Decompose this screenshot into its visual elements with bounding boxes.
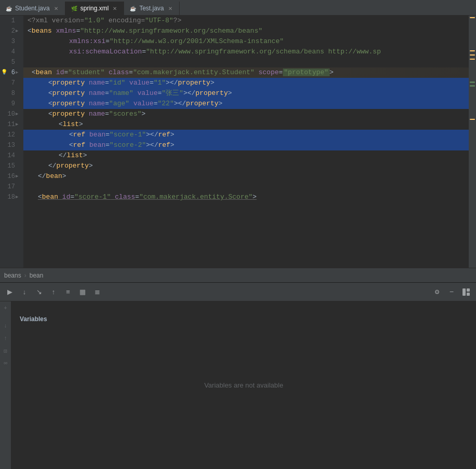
code-line-18: <bean id="score-1" class="com.makerjack.… — [23, 192, 469, 202]
sidebar-btn-1[interactable]: ↓ — [1, 321, 10, 330]
sidebar-btn-4[interactable]: ∞ — [1, 358, 10, 368]
line-num-8: 8 — [0, 88, 19, 99]
line-num-11: ▶11 — [0, 119, 19, 130]
tab-label: Student.java — [15, 5, 50, 12]
tab-close-student[interactable]: ✕ — [52, 5, 60, 12]
line-num-15: 15 — [0, 161, 19, 171]
line-num-14: 14 — [0, 150, 19, 161]
tab-close-test[interactable]: ✕ — [167, 5, 174, 12]
code-line-15: </property> — [23, 161, 469, 171]
breadcrumb-beans[interactable]: beans — [4, 272, 21, 279]
line-num-4: 4 — [0, 47, 19, 57]
evaluate-btn[interactable]: ▦ — [77, 286, 88, 298]
empty-variables-message: Variables are not available — [204, 381, 283, 389]
step-over-btn[interactable]: ↓ — [19, 286, 30, 298]
line-num-7: 7 — [0, 78, 19, 88]
java-icon: ☕ — [5, 5, 12, 12]
code-line-16: </bean> — [23, 171, 469, 182]
sidebar-btn-3[interactable]: ⊡ — [1, 346, 10, 355]
code-line-13: <ref bean="score-2"></ref> — [23, 140, 469, 150]
svg-rect-2 — [467, 293, 470, 296]
bottom-panel: ▶ ↓ ↘ ↑ ≡ ▦ ≣ ⚙ − + ↓ ↑ ⊡ ∞ Variables — [0, 282, 476, 469]
code-line-12: <ref bean="score-1"></ref> — [23, 130, 469, 140]
line-num-1: 1 — [0, 16, 19, 26]
svg-rect-0 — [463, 288, 466, 296]
line-num-17: 17 — [0, 182, 19, 192]
code-line-1: <?xml version="1.0" encoding="UTF-8"?> — [23, 16, 469, 26]
panel-left-sidebar: + ↓ ↑ ⊡ ∞ — [0, 301, 11, 469]
layout-button[interactable] — [460, 286, 472, 298]
breadcrumb-bean[interactable]: bean — [30, 272, 44, 279]
tab-spring-xml[interactable]: 🌿 spring.xml ✕ — [65, 2, 125, 15]
step-out-btn[interactable]: ↑ — [48, 286, 59, 298]
scroll-marker-2 — [470, 50, 475, 51]
tab-bar: ☕ Student.java ✕ 🌿 spring.xml ✕ ☕ Test.j… — [0, 0, 476, 16]
variables-panel: Variables Variables are not available — [11, 301, 476, 469]
code-line-8: <property name="name" value="张三"></prope… — [23, 88, 469, 99]
scroll-marker-4 — [470, 59, 475, 60]
scroll-marker-5 — [470, 81, 475, 83]
line-num-18: ▶18 — [0, 192, 19, 202]
resume-btn[interactable]: ▶ — [4, 286, 16, 298]
code-line-5 — [23, 57, 469, 67]
code-line-9: <property name="age" value="22"></proper… — [23, 99, 469, 109]
line-num-13: 13 — [0, 140, 19, 150]
minimize-button[interactable]: − — [446, 286, 457, 298]
tab-student-java[interactable]: ☕ Student.java ✕ — [0, 2, 65, 15]
line-num-9: 9 — [0, 99, 19, 109]
xml-icon: 🌿 — [71, 5, 78, 12]
settings-button[interactable]: ⚙ — [431, 286, 443, 298]
right-scrollbar[interactable] — [469, 16, 476, 268]
tab-test-java[interactable]: ☕ Test.java ✕ — [124, 2, 179, 15]
test-java-icon: ☕ — [129, 5, 137, 12]
scroll-marker-7 — [470, 119, 475, 120]
panel-toolbar: ▶ ↓ ↘ ↑ ≡ ▦ ≣ ⚙ − — [0, 283, 476, 301]
line-num-6: 💡 ▶6 — [0, 67, 19, 78]
line-num-16: ▶16 — [0, 171, 19, 182]
step-into-btn[interactable]: ↘ — [33, 286, 45, 298]
code-line-14: </list> — [23, 150, 469, 161]
svg-rect-1 — [467, 288, 470, 292]
editor-main: 1 ▶2 3 4 5 💡 ▶6 7 8 9 ▶10 ▶11 12 13 14 1… — [0, 16, 476, 268]
code-line-6: <bean id="student" class="com.makerjack.… — [23, 67, 469, 78]
tab-label-spring: spring.xml — [80, 5, 109, 12]
run-to-cursor-btn[interactable]: ≡ — [62, 286, 74, 298]
scroll-marker-1 — [470, 17, 475, 18]
add-variable-btn[interactable]: + — [1, 304, 10, 313]
code-line-4: xsi:schemaLocation="http://www.springfra… — [23, 47, 469, 57]
line-num-2: ▶2 — [0, 26, 19, 36]
code-line-3: xmlns:xsi="http://www.w3.org/2001/XMLSch… — [23, 36, 469, 47]
code-editor[interactable]: <?xml version="1.0" encoding="UTF-8"?> <… — [23, 16, 469, 268]
code-line-10: <property name="scores"> — [23, 109, 469, 119]
line-num-12: 12 — [0, 130, 19, 140]
line-num-3: 3 — [0, 36, 19, 47]
tab-close-spring[interactable]: ✕ — [111, 5, 118, 12]
scroll-marker-6 — [470, 85, 475, 87]
line-num-5: 5 — [0, 57, 19, 67]
sidebar-btn-2[interactable]: ↑ — [1, 334, 10, 343]
breadcrumb: beans › bean — [0, 268, 476, 282]
line-numbers: 1 ▶2 3 4 5 💡 ▶6 7 8 9 ▶10 ▶11 12 13 14 1… — [0, 16, 23, 268]
breadcrumb-separator-1: › — [24, 272, 26, 279]
variables-header: Variables — [20, 315, 47, 323]
frames-btn[interactable]: ≣ — [91, 286, 103, 298]
line-num-10: ▶10 — [0, 109, 19, 119]
tab-label-test: Test.java — [139, 5, 164, 12]
editor-container: 1 ▶2 3 4 5 💡 ▶6 7 8 9 ▶10 ▶11 12 13 14 1… — [0, 16, 476, 268]
scroll-marker-3 — [470, 54, 475, 56]
code-line-11: <list> — [23, 119, 469, 130]
code-line-7: <property name="id" value="1"></property… — [23, 78, 469, 88]
panel-content: + ↓ ↑ ⊡ ∞ Variables Variables are not av… — [0, 301, 476, 469]
code-line-2: <beans xmlns="http://www.springframework… — [23, 26, 469, 36]
code-line-17 — [23, 182, 469, 192]
